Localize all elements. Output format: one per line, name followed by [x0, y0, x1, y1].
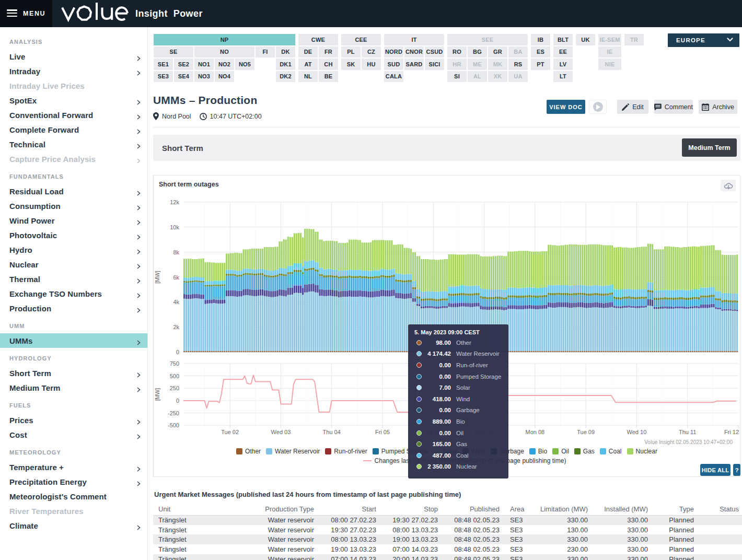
archive-button[interactable]: Archive [699, 100, 737, 114]
region-button-es[interactable]: ES [531, 46, 550, 58]
column-header-area[interactable]: Area [505, 503, 528, 515]
column-header-stop[interactable]: Stop [381, 503, 443, 515]
region-button-se3[interactable]: SE3 [154, 71, 173, 83]
help-button[interactable]: ? [733, 464, 740, 476]
legend-item-water-reservoir[interactable]: Water Reservoir [266, 448, 320, 455]
region-button-nord[interactable]: NORD [384, 46, 403, 58]
sidebar-item-medium-term[interactable]: Medium Term [0, 380, 147, 395]
sidebar-item-meteorologist-s-comment[interactable]: Meteorologist's Comment [0, 489, 147, 504]
region-button-fi[interactable]: FI [256, 46, 275, 58]
region-button-sard[interactable]: SARD [404, 59, 424, 70]
sidebar-item-nuclear[interactable]: Nuclear [0, 257, 147, 272]
region-button-fr[interactable]: FR [319, 46, 338, 58]
region-button-it[interactable]: IT [384, 34, 444, 45]
table-row[interactable]: TrängsletWater reservoir19:00 13.03.2307… [153, 544, 742, 554]
sidebar-item-prices[interactable]: Prices [0, 413, 147, 427]
legend-item-bio[interactable]: Bio [529, 448, 547, 455]
view-doc-button[interactable]: VIEW DOC [547, 100, 585, 114]
region-button-se[interactable]: SE [154, 46, 193, 58]
region-button-dk[interactable]: DK [276, 46, 295, 58]
region-button-see[interactable]: SEE [447, 34, 528, 45]
region-button-dk1[interactable]: DK1 [276, 59, 295, 70]
legend-item-other[interactable]: Other [236, 448, 261, 455]
region-button-lv[interactable]: LV [553, 59, 573, 70]
region-button-blt[interactable]: BLT [553, 34, 573, 45]
sidebar-item-conventional-forward[interactable]: Conventional Forward [0, 108, 147, 122]
region-button-at[interactable]: AT [298, 59, 318, 70]
sidebar-item-precipitation-energy[interactable]: Precipitation Energy [0, 474, 147, 489]
column-header-type[interactable]: Type [653, 503, 699, 515]
sidebar-item-intraday[interactable]: Intraday [0, 64, 147, 78]
sidebar-item-spotex[interactable]: SpotEx [0, 93, 147, 108]
region-button-no2[interactable]: NO2 [215, 59, 234, 70]
region-button-no1[interactable]: NO1 [194, 59, 214, 70]
region-button-ib[interactable]: IB [531, 34, 550, 45]
table-row[interactable]: TrängsletWater reservoir07:00 14.03.2320… [153, 554, 742, 560]
column-header-limitation-mw-[interactable]: Limitation (MW) [528, 503, 593, 515]
sidebar-item-technical[interactable]: Technical [0, 137, 147, 151]
sidebar-item-live[interactable]: Live [0, 49, 147, 64]
column-header-published[interactable]: Published [443, 503, 505, 515]
region-button-nl[interactable]: NL [298, 71, 318, 83]
region-button-si[interactable]: SI [447, 71, 467, 83]
sidebar-item-exchange-tso-numbers[interactable]: Exchange TSO Numbers [0, 286, 147, 301]
column-header-installed-mw-[interactable]: Installed (MW) [593, 503, 653, 515]
region-button-lt[interactable]: LT [553, 71, 573, 83]
region-button-uk[interactable]: UK [576, 34, 595, 45]
sidebar-item-consumption[interactable]: Consumption [0, 199, 147, 213]
edit-button[interactable]: Edit [617, 100, 648, 114]
walkthrough-play-button[interactable] [589, 100, 607, 114]
legend-item-gas[interactable]: Gas [574, 448, 595, 455]
column-header-production-type[interactable]: Production Type [238, 503, 319, 515]
sidebar-item-temperature[interactable]: Temperature + [0, 460, 147, 474]
sidebar-item-residual-load[interactable]: Residual Load [0, 184, 147, 199]
region-button-cwe[interactable]: CWE [298, 34, 338, 45]
region-button-no[interactable]: NO [194, 46, 254, 58]
comment-button[interactable]: Comment [654, 100, 693, 114]
column-header-unit[interactable]: Unit [153, 503, 238, 515]
region-button-ie-sem[interactable]: IE-SEM [598, 34, 621, 45]
region-button-sici[interactable]: SICI [425, 59, 444, 70]
sidebar-item-cost[interactable]: Cost [0, 427, 147, 442]
legend-item-nuclear[interactable]: Nuclear [627, 448, 657, 455]
region-button-np[interactable]: NP [154, 34, 295, 45]
region-button-rs[interactable]: RS [508, 59, 528, 70]
sidebar-item-wind-power[interactable]: Wind Power [0, 213, 147, 228]
region-button-no3[interactable]: NO3 [194, 71, 214, 83]
volue-logo[interactable] [61, 0, 131, 25]
region-button-sk[interactable]: SK [341, 59, 361, 70]
medium-term-button[interactable]: Medium Term [682, 138, 737, 157]
sidebar-item-hydro[interactable]: Hydro [0, 242, 147, 257]
sidebar-item-climate[interactable]: Climate [0, 518, 147, 533]
region-button-gr[interactable]: GR [488, 46, 507, 58]
region-button-cz[interactable]: CZ [362, 46, 381, 58]
region-button-ro[interactable]: RO [447, 46, 467, 58]
region-button-se1[interactable]: SE1 [154, 59, 173, 70]
region-button-pt[interactable]: PT [531, 59, 550, 70]
region-button-se2[interactable]: SE2 [174, 59, 193, 70]
region-button-cala[interactable]: CALA [384, 71, 403, 83]
region-button-ee[interactable]: EE [553, 46, 573, 58]
region-button-se4[interactable]: SE4 [174, 71, 193, 83]
sidebar-item-production[interactable]: Production [0, 301, 147, 316]
region-button-bg[interactable]: BG [468, 46, 487, 58]
region-button-ch[interactable]: CH [319, 59, 338, 70]
menu-button[interactable]: MENU [0, 0, 52, 27]
legend-item-coal[interactable]: Coal [600, 448, 622, 455]
region-button-pl[interactable]: PL [341, 46, 361, 58]
region-button-no4[interactable]: NO4 [215, 71, 234, 83]
region-button-dk2[interactable]: DK2 [276, 71, 295, 83]
sidebar-item-umms[interactable]: UMMs [0, 333, 147, 348]
legend-item-run-of-river[interactable]: Run-of-river [325, 448, 367, 455]
region-button-cee[interactable]: CEE [341, 34, 381, 45]
table-row[interactable]: TrängsletWater reservoir19:30 27.02.2308… [153, 525, 742, 535]
table-row[interactable]: TrängsletWater reservoir08:00 27.02.2319… [153, 515, 742, 525]
region-button-be[interactable]: BE [319, 71, 338, 83]
column-header-start[interactable]: Start [319, 503, 381, 515]
region-button-sud[interactable]: SUD [384, 59, 403, 70]
hide-all-button[interactable]: HIDE ALL [700, 464, 731, 476]
region-button-no5[interactable]: NO5 [235, 59, 254, 70]
sidebar-item-complete-forward[interactable]: Complete Forward [0, 122, 147, 137]
sidebar-item-thermal[interactable]: Thermal [0, 272, 147, 286]
region-button-hu[interactable]: HU [362, 59, 381, 70]
